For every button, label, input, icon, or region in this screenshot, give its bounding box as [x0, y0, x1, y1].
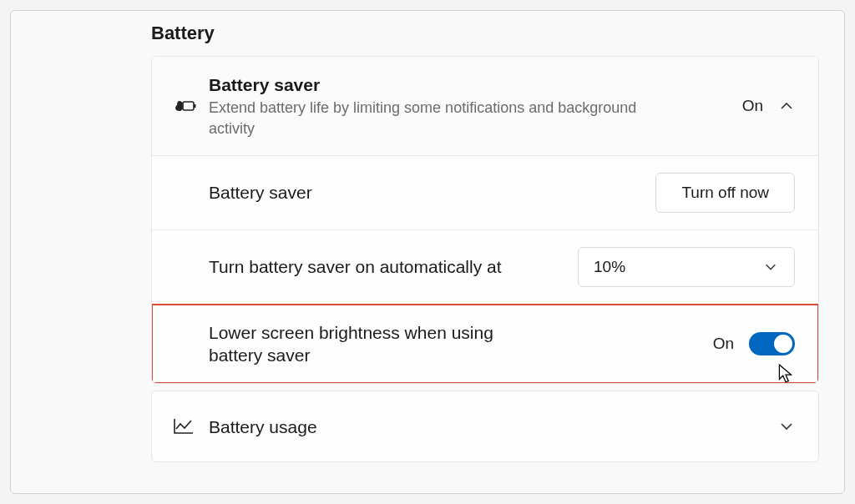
battery-saver-title: Battery saver [209, 73, 742, 96]
lower-brightness-label: Lower screen brightness when using batte… [209, 321, 543, 367]
cursor-icon [777, 363, 795, 384]
battery-saver-auto-label: Turn battery saver on automatically at [209, 255, 578, 278]
svg-rect-0 [183, 102, 194, 110]
section-title-battery: Battery [151, 23, 822, 44]
auto-threshold-value: 10% [594, 258, 625, 276]
battery-saver-header[interactable]: Battery saver Extend battery life by lim… [152, 57, 818, 156]
battery-usage-icon [172, 416, 209, 436]
battery-usage-card: Battery usage [151, 391, 819, 462]
battery-usage-row[interactable]: Battery usage [152, 391, 818, 461]
chevron-down-icon [762, 259, 779, 275]
chevron-down-icon[interactable] [778, 418, 795, 435]
battery-usage-title: Battery usage [209, 416, 778, 438]
lower-brightness-row: Lower screen brightness when using batte… [152, 305, 818, 384]
settings-panel: Battery Battery saver Extend battery lif… [10, 10, 845, 494]
battery-saver-toggle-row: Battery saver Turn off now [152, 156, 818, 230]
turn-off-now-button[interactable]: Turn off now [655, 173, 795, 213]
card-group: Battery saver Extend battery life by lim… [151, 56, 819, 462]
chevron-up-icon[interactable] [778, 98, 795, 114]
battery-saver-sub-label: Battery saver [209, 181, 655, 204]
battery-saver-auto-row: Turn battery saver on automatically at 1… [152, 230, 818, 305]
svg-rect-1 [194, 104, 196, 108]
battery-saver-icon [172, 96, 209, 116]
lower-brightness-toggle[interactable] [749, 332, 795, 355]
battery-saver-card: Battery saver Extend battery life by lim… [151, 56, 819, 384]
auto-threshold-select[interactable]: 10% [578, 247, 795, 287]
lower-brightness-state: On [713, 335, 734, 353]
battery-saver-subtitle: Extend battery life by limiting some not… [209, 98, 651, 139]
battery-saver-state: On [742, 97, 763, 115]
